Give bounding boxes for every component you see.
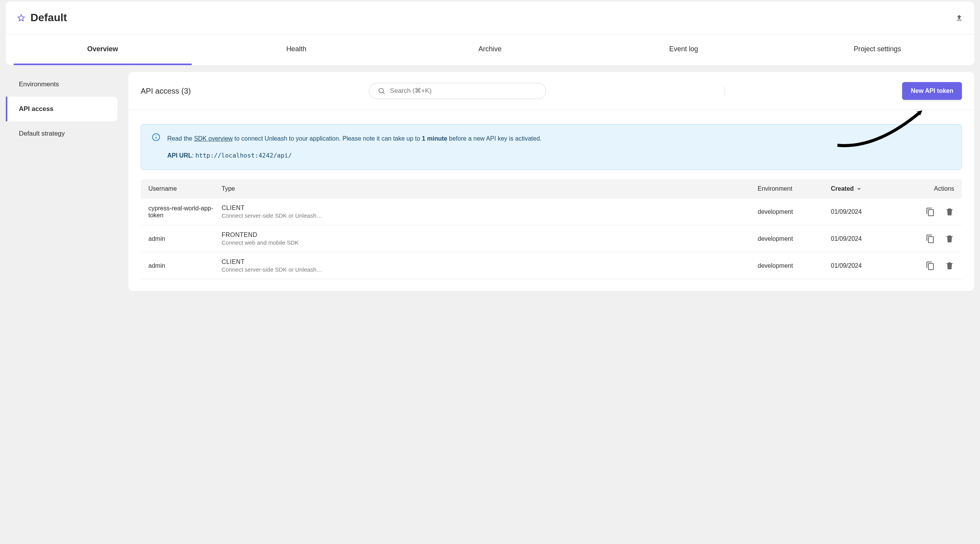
search-icon [378,87,385,95]
info-text-bold: 1 minute [422,135,447,142]
col-actions: Actions [908,185,954,192]
cell-environment: development [758,235,831,242]
copy-icon[interactable] [926,234,935,243]
api-url-value: http://localhost:4242/api/ [195,152,292,159]
cell-username: cypress-real-world-app-token [148,205,222,219]
tab-archive[interactable]: Archive [393,34,587,65]
col-username: Username [148,185,222,192]
cell-type-desc: Connect server-side SDK or Unleash… [222,266,758,273]
col-type: Type [222,185,758,192]
sidebar: Environments API access Default strategy [6,72,118,146]
tab-health[interactable]: Health [200,34,393,65]
sidebar-item-environments[interactable]: Environments [6,72,118,97]
api-url-label: API URL [167,152,192,159]
svg-point-5 [156,135,156,136]
arrow-annotation [830,107,934,153]
col-created[interactable]: Created [831,185,908,192]
chevron-down-icon [856,186,862,191]
table-header-row: Username Type Environment Created Action… [141,179,962,198]
content-title: API access (3) [141,87,191,96]
sdk-overview-link[interactable]: SDK overview [194,135,232,142]
copy-icon[interactable] [926,207,935,217]
search-field[interactable] [369,83,546,99]
trash-icon[interactable] [945,261,954,270]
star-icon[interactable] [17,14,25,22]
cell-type-desc: Connect web and mobile SDK [222,239,758,246]
table-row: cypress-real-world-app-token CLIENT Conn… [141,198,962,225]
cell-type: CLIENT [222,259,758,265]
col-created-label: Created [831,185,854,192]
info-text-post: before a new API key is activated. [447,135,542,142]
trash-icon[interactable] [945,207,954,217]
info-banner: Read the SDK overview to connect Unleash… [141,124,962,170]
cell-created: 01/09/2024 [831,208,908,215]
table-row: admin CLIENT Connect server-side SDK or … [141,252,962,279]
tokens-table: Username Type Environment Created Action… [141,179,962,279]
sidebar-item-api-access[interactable]: API access [6,97,118,121]
trash-icon[interactable] [945,234,954,243]
cell-type-desc: Connect server-side SDK or Unleash… [222,212,758,219]
copy-icon[interactable] [926,261,935,270]
cell-username: admin [148,235,222,242]
svg-marker-0 [18,15,25,21]
tab-event-log[interactable]: Event log [587,34,781,65]
info-icon [152,133,160,141]
cell-username: admin [148,262,222,269]
search-input[interactable] [390,87,537,95]
cell-type: CLIENT [222,205,758,212]
tab-project-settings[interactable]: Project settings [780,34,974,65]
cell-created: 01/09/2024 [831,235,908,242]
cell-environment: development [758,262,831,269]
cell-type: FRONTEND [222,232,758,238]
project-header: Default [6,2,974,34]
tab-overview[interactable]: Overview [6,34,200,65]
table-row: admin FRONTEND Connect web and mobile SD… [141,225,962,252]
project-title: Default [30,12,67,24]
col-environment: Environment [758,185,831,192]
sidebar-item-default-strategy[interactable]: Default strategy [6,121,118,146]
new-api-token-button[interactable]: New API token [902,82,962,100]
tabs: Overview Health Archive Event log Projec… [6,34,974,65]
svg-line-2 [383,92,385,94]
info-text-pre: Read the [167,135,194,142]
divider [724,86,724,96]
cell-environment: development [758,208,831,215]
info-text-mid: to connect Unleash to your application. … [233,135,422,142]
upload-icon[interactable] [955,13,963,22]
cell-created: 01/09/2024 [831,262,908,269]
content-card: API access (3) New API token [128,72,974,291]
svg-point-1 [379,88,383,93]
